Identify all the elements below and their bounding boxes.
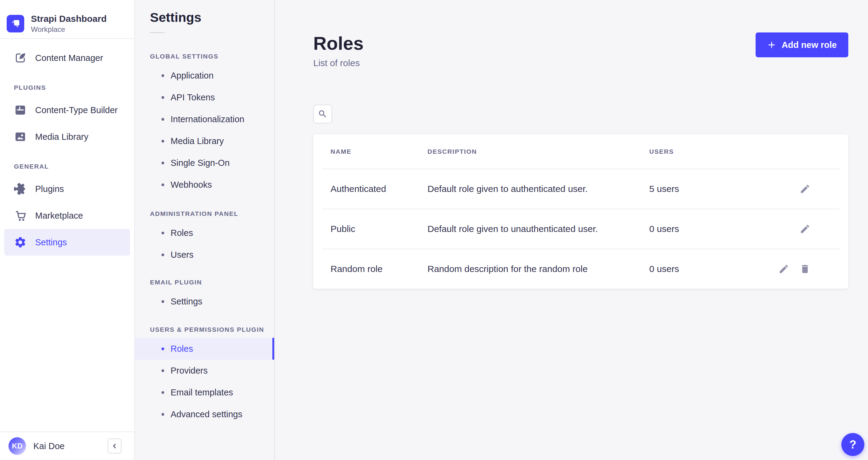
roles-table-card: NAME DESCRIPTION USERS Authenticated Def… (313, 134, 848, 289)
sidebar-section-general: GENERAL (0, 161, 134, 172)
sidebar-item-marketplace[interactable]: Marketplace (0, 202, 134, 229)
sidebar-section-plugins: PLUGINS (0, 83, 134, 93)
subnav-section-users-permissions: USERS & PERMISSIONS PLUGIN Roles Provide… (135, 324, 274, 425)
subnav-item-advanced-settings[interactable]: Advanced settings (135, 403, 274, 425)
subnav-item-label: Users (170, 250, 194, 260)
brand-text: Strapi Dashboard Workplace (31, 13, 106, 34)
search-button[interactable] (313, 105, 332, 123)
role-description: Default role given to unauthenticated us… (428, 224, 649, 234)
table-row-public[interactable]: Public Default role given to unauthentic… (313, 209, 848, 249)
main-content: Roles List of roles Add new role NAME DE… (275, 0, 868, 460)
subnav-section-label: EMAIL PLUGIN (135, 277, 274, 287)
subnav-item-label: Settings (170, 296, 203, 307)
subnav-item-providers[interactable]: Providers (135, 360, 274, 381)
page-subtitle: List of roles (313, 57, 364, 69)
subnav-item-media-library[interactable]: Media Library (135, 130, 274, 152)
subnav-item-admin-roles[interactable]: Roles (135, 222, 274, 244)
strapi-logo-icon (7, 15, 24, 32)
role-name: Random role (331, 264, 428, 274)
add-new-role-label: Add new role (782, 40, 837, 50)
user-name: Kai Doe (33, 441, 100, 451)
role-users-count: 0 users (649, 224, 764, 234)
subnav-item-webhooks[interactable]: Webhooks (135, 174, 274, 196)
role-users-count: 5 users (649, 184, 764, 194)
subnav-item-internationalization[interactable]: Internationalization (135, 108, 274, 130)
bullet-icon (161, 118, 164, 121)
bullet-icon (161, 347, 164, 350)
sidebar-group-general: Plugins Marketplace Sett (0, 176, 134, 256)
role-name: Public (331, 224, 428, 234)
chevron-left-icon (110, 441, 119, 451)
subnav-section-label: ADMINISTRATION PANEL (135, 209, 274, 219)
sidebar-item-label: Content-Type Builder (35, 105, 118, 115)
edit-icon[interactable] (800, 183, 810, 194)
subnav-item-label: Internationalization (170, 114, 244, 124)
edit-icon[interactable] (800, 224, 810, 234)
edit-icon[interactable] (778, 263, 789, 275)
sidebar-group-plugins: Content-Type Builder Media Library (0, 97, 134, 150)
page-title: Roles (313, 32, 364, 54)
delete-icon[interactable] (800, 263, 810, 275)
settings-subnav: Settings GLOBAL SETTINGS Application API… (135, 0, 275, 460)
role-description: Random description for the random role (428, 264, 649, 274)
sidebar-footer: KD Kai Doe (0, 431, 134, 460)
subnav-item-label: Application (170, 71, 214, 81)
subnav-item-application[interactable]: Application (135, 65, 274, 86)
bullet-icon (161, 96, 164, 99)
column-header-users: USERS (649, 148, 764, 155)
bullet-icon (161, 369, 164, 372)
subnav-item-label: Webhooks (170, 180, 212, 190)
subnav-item-label: Single Sign-On (170, 158, 230, 168)
media-library-icon (14, 131, 27, 143)
sidebar-item-plugins[interactable]: Plugins (0, 176, 134, 202)
subnav-item-api-tokens[interactable]: API Tokens (135, 86, 274, 108)
role-users-count: 0 users (649, 264, 764, 274)
bullet-icon (161, 413, 164, 416)
workspace-switcher[interactable]: Strapi Dashboard Workplace (0, 0, 134, 38)
column-header-name: NAME (331, 148, 428, 155)
table-row-random-role[interactable]: Random role Random description for the r… (313, 249, 848, 289)
subnav-section-email-plugin: EMAIL PLUGIN Settings (135, 277, 274, 312)
subnav-item-label: API Tokens (170, 92, 215, 103)
bullet-icon (161, 162, 164, 164)
subnav-item-up-roles[interactable]: Roles (135, 338, 274, 360)
collapse-sidebar-button[interactable] (107, 438, 122, 454)
column-header-description: DESCRIPTION (428, 148, 649, 155)
subnav-item-single-sign-on[interactable]: Single Sign-On (135, 152, 274, 174)
help-button[interactable]: ? (841, 433, 864, 456)
workspace-subtitle: Workplace (31, 25, 106, 34)
bullet-icon (161, 140, 164, 143)
subnav-item-email-templates[interactable]: Email templates (135, 381, 274, 403)
sidebar-item-content-manager[interactable]: Content Manager (0, 45, 134, 71)
sidebar-item-label: Marketplace (35, 211, 83, 221)
sidebar-item-settings[interactable]: Settings (4, 229, 130, 256)
workspace-title: Strapi Dashboard (31, 13, 106, 24)
subnav-item-admin-users[interactable]: Users (135, 244, 274, 266)
sidebar-item-content-type-builder[interactable]: Content-Type Builder (0, 97, 134, 123)
plus-icon (767, 40, 776, 50)
sidebar-item-label: Settings (35, 237, 67, 248)
question-mark-icon: ? (849, 438, 856, 451)
content-manager-icon (14, 52, 27, 64)
subnav-section-label: GLOBAL SETTINGS (135, 51, 274, 62)
subnav-item-email-settings[interactable]: Settings (135, 290, 274, 312)
bullet-icon (161, 74, 164, 77)
page-header-text: Roles List of roles (313, 32, 364, 69)
role-name: Authenticated (331, 184, 428, 194)
sidebar-item-media-library[interactable]: Media Library (0, 123, 134, 150)
subnav-item-label: Advanced settings (170, 409, 242, 420)
search-icon (318, 109, 328, 119)
avatar[interactable]: KD (8, 437, 26, 455)
subnav-item-label: Media Library (170, 136, 224, 146)
subnav-item-label: Providers (170, 366, 208, 376)
content-type-builder-icon (14, 104, 27, 116)
divider (150, 32, 164, 33)
add-new-role-button[interactable]: Add new role (755, 32, 848, 57)
role-description: Default role given to authenticated user… (428, 184, 649, 194)
page-header: Roles List of roles Add new role (313, 32, 848, 69)
bullet-icon (161, 254, 164, 256)
sidebar-item-label: Content Manager (35, 53, 103, 63)
bullet-icon (161, 300, 164, 303)
table-row-authenticated[interactable]: Authenticated Default role given to auth… (313, 169, 848, 209)
sidebar-item-label: Plugins (35, 184, 64, 194)
